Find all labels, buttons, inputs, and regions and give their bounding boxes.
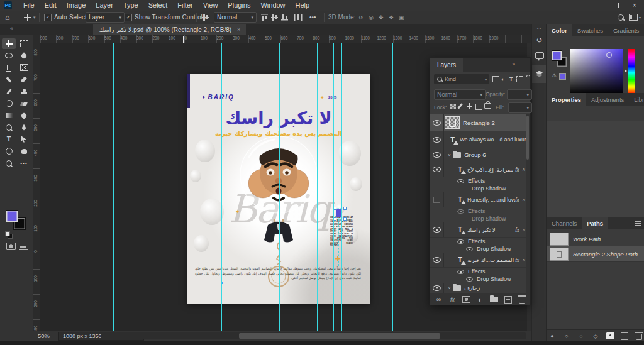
frame-tool[interactable] bbox=[17, 62, 31, 73]
menu-select[interactable]: Select bbox=[143, 0, 173, 11]
opacity-dropdown[interactable]: ▾ bbox=[507, 89, 532, 100]
tab-swatches[interactable]: Swatches bbox=[572, 24, 608, 36]
fill-path-icon[interactable]: ● bbox=[548, 332, 557, 340]
visibility-toggle[interactable] bbox=[430, 148, 444, 162]
gamut-color-swatch[interactable] bbox=[559, 73, 566, 80]
restore-button[interactable] bbox=[606, 0, 625, 11]
menu-view[interactable]: View bbox=[198, 0, 223, 11]
align-mode-dropdown[interactable]: Normal▾ bbox=[214, 11, 257, 24]
menu-window[interactable]: Window bbox=[255, 0, 290, 11]
screen-mode-button[interactable] bbox=[19, 243, 28, 250]
group-expand-icon[interactable]: ∨ bbox=[448, 153, 451, 158]
path-row-selected[interactable]: Rectangle 2 Shape Path bbox=[547, 246, 644, 262]
drop-shadow-row[interactable]: Drop Shadow bbox=[430, 275, 530, 283]
marquee-tool[interactable] bbox=[17, 38, 31, 49]
hand-tool[interactable] bbox=[17, 146, 31, 156]
lock-transparency-icon[interactable] bbox=[450, 104, 456, 109]
tab-adjustments[interactable]: Adjustments bbox=[586, 93, 629, 106]
visibility-toggle[interactable] bbox=[430, 131, 444, 148]
zoom-tool[interactable] bbox=[2, 158, 16, 168]
path-row[interactable]: Work Path bbox=[547, 231, 644, 247]
3d-orbit-button[interactable]: ↺ bbox=[356, 11, 366, 24]
eye-icon[interactable] bbox=[457, 209, 464, 213]
menu-file[interactable]: File bbox=[18, 0, 40, 11]
show-transform-checkbox[interactable]: ✓Show Transform Controls bbox=[125, 11, 206, 24]
eye-icon[interactable] bbox=[457, 269, 464, 273]
layer-style-icon[interactable]: fx bbox=[448, 295, 457, 304]
eraser-tool[interactable] bbox=[17, 98, 31, 109]
3d-camera-button[interactable]: ▣ bbox=[396, 11, 407, 24]
color-picker-ring[interactable] bbox=[606, 52, 612, 58]
collapse-panels-icon[interactable]: « bbox=[10, 25, 13, 31]
comments-panel-icon[interactable] bbox=[532, 49, 547, 62]
filter-type-layers-icon[interactable]: T bbox=[509, 76, 513, 82]
menu-help[interactable]: Help bbox=[291, 0, 315, 11]
menu-plugins[interactable]: Plugins bbox=[223, 0, 255, 11]
layers-scrollbar[interactable] bbox=[526, 114, 530, 293]
gamut-warning-icon[interactable]: ⚠ bbox=[552, 72, 557, 79]
foreground-color-swatch[interactable] bbox=[552, 50, 562, 61]
panel-menu-icon[interactable] bbox=[635, 221, 641, 226]
visibility-toggle[interactable] bbox=[430, 253, 444, 267]
quick-mask-button[interactable] bbox=[6, 243, 16, 250]
transform-handle[interactable] bbox=[343, 217, 347, 221]
layer-row[interactable]: T المصمم ب...ك خبرته fx∧ bbox=[430, 253, 530, 268]
visibility-toggle[interactable] bbox=[430, 222, 444, 237]
eye-icon[interactable] bbox=[457, 178, 464, 183]
adjustment-layer-icon[interactable]: ◐ bbox=[476, 295, 484, 304]
lock-all-icon[interactable] bbox=[484, 101, 491, 109]
panel-menu-icon[interactable] bbox=[519, 63, 526, 67]
search-button[interactable] bbox=[618, 11, 624, 24]
menu-edit[interactable]: Edit bbox=[40, 0, 62, 11]
healing-brush-tool[interactable] bbox=[17, 74, 31, 85]
selection-from-path-icon[interactable]: ◌ bbox=[577, 332, 586, 340]
drop-shadow-row[interactable]: Drop Shadow bbox=[430, 215, 530, 222]
home-button[interactable]: ⌂ bbox=[5, 11, 10, 24]
shape-tool[interactable] bbox=[2, 146, 16, 156]
drop-shadow-row[interactable]: Drop Shadow bbox=[430, 185, 530, 192]
scrollbar-thumb[interactable] bbox=[526, 116, 529, 160]
close-button[interactable]: × bbox=[625, 0, 644, 11]
menu-filter[interactable]: Filter bbox=[172, 0, 197, 11]
visibility-toggle[interactable] bbox=[430, 114, 444, 131]
3d-slide-button[interactable]: ❖ bbox=[386, 11, 396, 24]
add-mask-icon[interactable] bbox=[606, 332, 614, 340]
lock-position-icon[interactable] bbox=[467, 103, 472, 109]
effects-row[interactable]: Effects bbox=[430, 207, 530, 215]
group-row[interactable]: ∨ زخارف bbox=[430, 283, 530, 293]
stroke-path-icon[interactable]: ○ bbox=[563, 332, 571, 340]
tab-close-icon[interactable]: × bbox=[237, 26, 240, 33]
menu-image[interactable]: Image bbox=[62, 0, 91, 11]
link-layers-icon[interactable]: ∞ bbox=[435, 295, 443, 304]
brush-tool[interactable] bbox=[2, 86, 16, 97]
fill-dropdown[interactable]: ▾ bbox=[508, 102, 532, 113]
minimize-button[interactable]: – bbox=[587, 0, 606, 11]
layer-filter-dropdown[interactable]: Kind ▾ bbox=[434, 74, 489, 84]
pen-tool[interactable] bbox=[17, 122, 31, 133]
document-tab[interactable]: لا تكبر راسك.psd @ 100% (Rectangle 2, RG… bbox=[93, 24, 246, 35]
horizontal-scrollbar[interactable] bbox=[101, 332, 526, 339]
drop-shadow-row[interactable]: Drop Shadow bbox=[430, 245, 530, 253]
visibility-toggle[interactable] bbox=[430, 283, 444, 293]
move-tool-preset[interactable]: ▾ bbox=[24, 11, 36, 24]
3d-roll-button[interactable]: ◎ bbox=[366, 11, 376, 24]
filter-adjustment-layers-icon[interactable]: ◐ bbox=[501, 76, 504, 82]
lock-artboard-icon[interactable] bbox=[475, 104, 482, 110]
tab-gradients[interactable]: Gradients bbox=[608, 24, 644, 36]
tab-channels[interactable]: Channels bbox=[547, 217, 582, 229]
auto-select-checkbox[interactable]: ✓Auto-Select: bbox=[44, 11, 88, 24]
path-from-selection-icon[interactable]: ◇ bbox=[592, 332, 600, 340]
color-field[interactable] bbox=[570, 49, 623, 94]
menu-layer[interactable]: Layer bbox=[91, 0, 118, 11]
more-align-options-button[interactable]: ••• bbox=[309, 11, 316, 24]
tab-color[interactable]: Color bbox=[547, 24, 572, 36]
effects-row[interactable]: Effects bbox=[430, 268, 530, 275]
clone-stamp-tool[interactable] bbox=[17, 86, 31, 97]
blur-tool[interactable] bbox=[17, 110, 31, 121]
distribute-horizontal-button[interactable] bbox=[292, 11, 304, 24]
lasso-tool[interactable] bbox=[2, 50, 16, 61]
filter-smart-objects-icon[interactable] bbox=[525, 75, 531, 84]
layer-row[interactable]: T بصراحة, إع...اكب لأح fx∧ bbox=[430, 162, 530, 177]
transform-handle[interactable] bbox=[343, 207, 347, 210]
hue-slider[interactable] bbox=[628, 49, 635, 94]
